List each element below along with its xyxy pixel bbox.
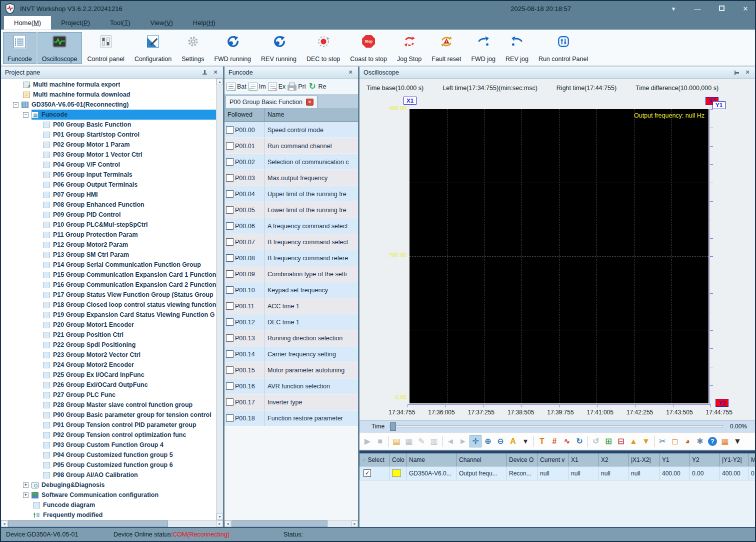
refresh-icon[interactable]: ↻ [574, 435, 586, 447]
waveform-icon[interactable]: ∿ [561, 435, 573, 447]
tree-item[interactable]: P25 Group Ex I/OCard InpFunc [1, 370, 216, 380]
toolbar-button-run-control-panel[interactable]: Run control Panel [534, 32, 592, 64]
tree-item[interactable]: P09 Group PID Control [1, 210, 216, 220]
followed-checkbox[interactable] [226, 206, 234, 214]
followed-checkbox[interactable] [226, 350, 234, 358]
tree-item[interactable]: P08 Group Enhanced Function [1, 200, 216, 210]
zoom-out-icon[interactable]: ⊖ [494, 435, 506, 447]
followed-checkbox[interactable] [226, 382, 234, 390]
followed-checkbox[interactable] [226, 366, 234, 374]
tree-item[interactable]: P01 Group Start/stop Control [1, 130, 216, 140]
tree-item[interactable]: P90 Group Basic parameter group for tens… [1, 410, 216, 420]
tree-item[interactable]: P10 Group PLC&Mul-stepSpCtrl [1, 220, 216, 230]
toolbar-button-fwd-running[interactable]: FWD running [210, 32, 256, 64]
channel-select-checkbox[interactable]: ✓ [364, 469, 371, 477]
toolbar-button-dec-to-stop[interactable]: DEC to stop [302, 32, 344, 64]
marker-y1[interactable]: Y1 [712, 101, 726, 109]
tree-item[interactable]: P27 Group PLC Func [1, 390, 216, 400]
tree-item[interactable]: P03 Group Motor 1 Vector Ctrl [1, 150, 216, 160]
followed-checkbox[interactable] [226, 174, 234, 182]
tree-item[interactable]: P91 Group Tension control PID parameter … [1, 420, 216, 430]
followed-checkbox[interactable] [226, 334, 234, 342]
batch-button[interactable]: Bat [226, 83, 246, 91]
tree-item[interactable]: P23 Group Motor2 Vector Ctrl [1, 350, 216, 360]
followed-checkbox[interactable] [226, 302, 234, 310]
expand-icon[interactable]: + [23, 482, 28, 488]
tab-close-icon[interactable]: ✕ [306, 99, 314, 106]
pan-zoom-icon[interactable]: ✛ [470, 435, 482, 447]
zoom-in-icon[interactable]: ⊕ [482, 435, 494, 447]
time-slider-handle[interactable] [390, 422, 396, 431]
tree-item[interactable]: P93 Group Custom Function Group 4 [1, 440, 216, 450]
scroll-down-icon[interactable]: ▼ [216, 513, 223, 520]
tab-p00-group-basic-function[interactable]: P00 Group Basic Function ✕ [226, 96, 318, 108]
toolbar-button-rev-running[interactable]: REV running [256, 32, 301, 64]
funcode-row[interactable]: P00.00Speed control mode [224, 122, 358, 138]
channel-column-current-v[interactable]: Current v [538, 453, 568, 466]
toolbar-button-configuration[interactable]: Configuration [130, 32, 176, 64]
tree-item[interactable]: P21 Group Position Ctrl [1, 330, 216, 340]
pin-icon[interactable] [734, 70, 739, 75]
tree-item[interactable]: −Funcode [1, 110, 216, 120]
tree-item[interactable]: P18 Group Closed loop control status vie… [1, 300, 216, 310]
scroll-left-icon[interactable]: ◄ [224, 520, 231, 527]
funcode-row[interactable]: P00.10Keypad set frequency [224, 282, 358, 298]
tree-item[interactable]: P94 Group Customized function group 5 [1, 450, 216, 460]
funcode-row[interactable]: P00.11ACC time 1 [224, 298, 358, 314]
grid-icon[interactable]: # [548, 435, 560, 447]
column-followed[interactable]: Followed [224, 108, 264, 121]
more-dropdown-icon[interactable]: ▼ [732, 435, 744, 447]
text-icon[interactable]: T [536, 435, 548, 447]
close-button[interactable]: ✕ [740, 5, 751, 13]
import-data-icon[interactable]: ▼ [640, 435, 652, 447]
channel-column-colo[interactable]: Colo [390, 453, 406, 466]
channel-column-x1[interactable]: X1 [568, 453, 598, 466]
collapse-icon[interactable]: − [13, 102, 18, 108]
pin-icon[interactable] [202, 70, 207, 75]
toolbar-button-funcode[interactable]: Funcode [3, 32, 36, 64]
tree-item[interactable]: Frequently modified [1, 510, 216, 520]
menu-tool[interactable]: Tool(T) [100, 16, 140, 30]
followed-checkbox[interactable] [226, 190, 234, 198]
settings-icon[interactable]: ✱ [694, 435, 706, 447]
funcode-row[interactable]: P00.03Max.output frequency [224, 170, 358, 186]
tree-item[interactable]: P13 Group SM Ctrl Param [1, 250, 216, 260]
followed-checkbox[interactable] [226, 126, 234, 134]
funcode-row[interactable]: P00.02Selection of communication c [224, 154, 358, 170]
funcode-row[interactable]: P00.07B frequency command select [224, 234, 358, 250]
toolbar-button-oscilloscope[interactable]: Oscilloscope [38, 32, 82, 64]
horizontal-scrollbar[interactable]: ◄ ► [224, 520, 358, 527]
funcode-row[interactable]: P00.08B frequency command refere [224, 250, 358, 266]
channel-column-select[interactable]: ✓Select [360, 453, 390, 466]
scroll-right-icon[interactable]: ► [216, 520, 223, 527]
toolbar-button-fault-reset[interactable]: ! Fault reset [427, 32, 466, 64]
toolbar-button-settings[interactable]: Settings [177, 32, 208, 64]
tree-item[interactable]: P06 Group Output Terminals [1, 180, 216, 190]
remove-channel-icon[interactable]: ⊟ [615, 435, 627, 447]
vertical-scrollbar[interactable]: ▲ ▼ [216, 79, 223, 520]
tree-item[interactable]: P20 Group Motor1 Encoder [1, 320, 216, 330]
close-icon[interactable]: ✕ [212, 69, 219, 76]
expand-icon[interactable]: + [23, 492, 28, 498]
channel-column-x2[interactable]: X2 [598, 453, 628, 466]
funcode-row[interactable]: P00.17Inverter type [224, 394, 358, 410]
funcode-row[interactable]: P00.05Lower limit of the running fre [224, 202, 358, 218]
marker-x1[interactable]: X1 [404, 97, 416, 105]
tree-item[interactable]: P92 Group Tension control optimization f… [1, 430, 216, 440]
followed-checkbox[interactable] [226, 238, 234, 246]
channel-column-y2[interactable]: Y2 [690, 453, 720, 466]
funcode-row[interactable]: P00.06A frequency command select [224, 218, 358, 234]
tree-item[interactable]: P26 Group ExI/OCard OutpFunc [1, 380, 216, 390]
close-icon[interactable]: ✕ [347, 69, 354, 76]
funcode-row[interactable]: P00.15Motor parameter autotuning [224, 362, 358, 378]
time-slider-track[interactable] [390, 425, 723, 427]
help-icon[interactable]: ? [708, 437, 717, 446]
tree-item[interactable]: Multi machine formula export [1, 80, 216, 90]
channel-column-m[interactable]: M [748, 453, 755, 466]
close-icon[interactable]: ✕ [744, 69, 751, 76]
scroll-up-icon[interactable]: ▲ [216, 79, 223, 85]
tree-item[interactable]: +Debuging&Diagnosis [1, 480, 216, 490]
funcode-row[interactable]: P00.12DEC time 1 [224, 314, 358, 330]
layout-icon[interactable]: ▦ [719, 435, 731, 447]
menu-home[interactable]: Home(M) [4, 16, 51, 30]
